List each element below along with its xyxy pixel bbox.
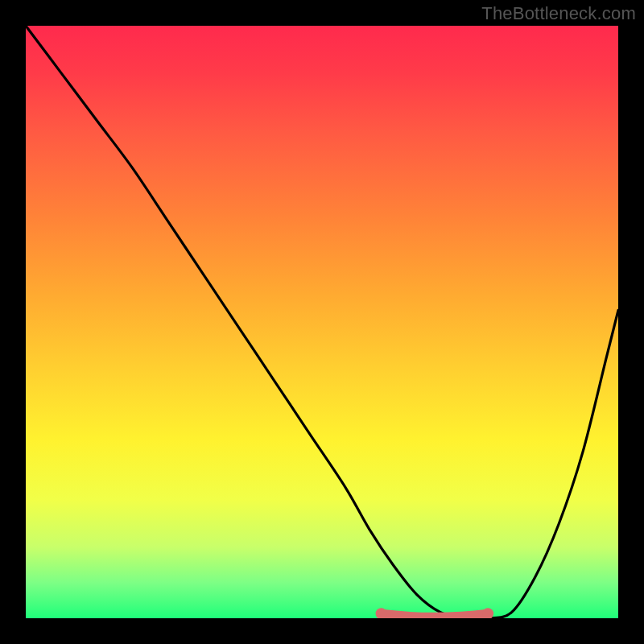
chart-frame: TheBottleneck.com: [0, 0, 644, 644]
curve-svg: [26, 26, 618, 618]
highlight-end-dot: [482, 608, 493, 618]
highlight-start-dot: [376, 608, 387, 618]
plot-area: [26, 26, 618, 618]
bottleneck-highlight-path: [382, 613, 488, 617]
watermark-label: TheBottleneck.com: [481, 3, 636, 24]
bottleneck-curve-path: [26, 26, 618, 618]
